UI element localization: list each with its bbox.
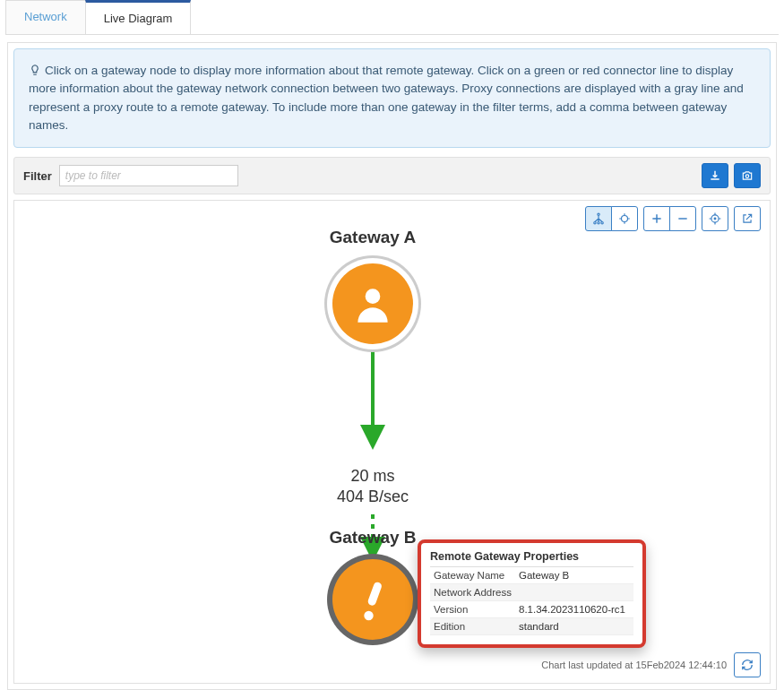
user-icon: [350, 281, 395, 326]
latency-value: 20 ms: [337, 466, 409, 487]
gateway-a-node[interactable]: [332, 263, 413, 344]
tab-live-diagram[interactable]: Live Diagram: [85, 0, 192, 34]
svg-point-11: [366, 289, 381, 304]
refresh-button[interactable]: [734, 652, 761, 677]
camera-button[interactable]: [734, 163, 761, 188]
gateway-b-label: Gateway B: [329, 528, 416, 548]
filter-label: Filter: [23, 169, 52, 183]
properties-table: Gateway NameGateway B Network Address Ve…: [430, 567, 633, 635]
content-panel: Click on a gateway node to display more …: [7, 42, 777, 690]
svg-rect-12: [366, 581, 383, 606]
table-row: Network Address: [430, 584, 633, 601]
last-updated-text: Chart last updated at 15Feb2024 12:44:10: [541, 660, 727, 670]
tab-bar: Network Live Diagram: [5, 0, 779, 35]
table-row: Gateway NameGateway B: [430, 567, 633, 584]
refresh-icon: [741, 659, 754, 671]
table-row: Version8.1.34.2023110620-rc1: [430, 601, 633, 618]
info-text: Click on a gateway node to display more …: [29, 64, 744, 132]
download-button[interactable]: [702, 163, 728, 188]
download-icon: [709, 169, 721, 182]
svg-point-13: [364, 611, 373, 620]
table-row: Editionstandard: [430, 618, 633, 635]
filter-bar: Filter: [13, 157, 771, 194]
popup-title: Remote Gateway Properties: [430, 550, 633, 567]
tab-network[interactable]: Network: [5, 0, 86, 34]
camera-icon: [741, 169, 754, 182]
info-box: Click on a gateway node to display more …: [13, 48, 771, 148]
throughput-value: 404 B/sec: [337, 487, 409, 507]
svg-point-0: [745, 175, 749, 178]
refresh-area: Chart last updated at 15Feb2024 12:44:10: [541, 652, 761, 677]
alert-icon: [349, 575, 397, 624]
filter-input[interactable]: [59, 165, 238, 186]
diagram-area[interactable]: Gateway A 20 ms 404 B/sec Gateway B Remo…: [13, 200, 771, 684]
gateway-a-label: Gateway A: [330, 228, 416, 247]
connection-metrics: 20 ms 404 B/sec: [337, 466, 409, 506]
lightbulb-icon: [29, 64, 41, 76]
gateway-properties-popup: Remote Gateway Properties Gateway NameGa…: [418, 539, 646, 648]
gateway-b-node[interactable]: [332, 559, 413, 640]
